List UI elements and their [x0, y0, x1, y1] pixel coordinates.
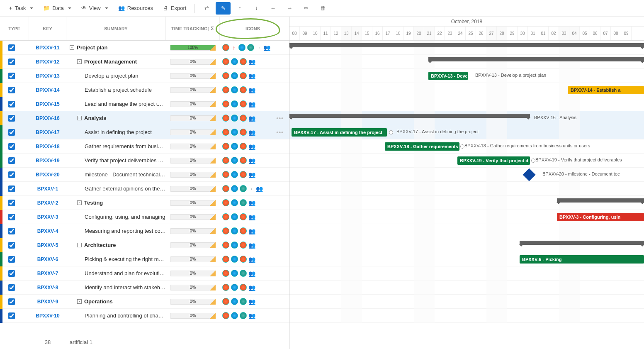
task-bar[interactable]: BPXXV-6 - Picking: [520, 255, 644, 264]
row-checkbox[interactable]: [8, 214, 15, 220]
row-checkbox[interactable]: [8, 143, 15, 150]
cell-key[interactable]: BPXXV-16: [29, 115, 66, 121]
progress-bar[interactable]: 0%: [170, 271, 216, 276]
tree-toggle[interactable]: -: [77, 116, 82, 120]
cell-key[interactable]: BPXXV-18: [29, 144, 66, 149]
summary-bar[interactable]: [557, 198, 644, 203]
tree-toggle[interactable]: -: [77, 59, 82, 64]
cell-key[interactable]: BPXXV-4: [29, 228, 66, 234]
progress-bar[interactable]: 0%: [170, 59, 216, 65]
task-menu[interactable]: + Task: [5, 2, 37, 14]
summary-bar[interactable]: [289, 114, 530, 118]
tree-toggle[interactable]: -: [77, 200, 82, 205]
cell-summary[interactable]: Configuring, using, and managing: [66, 214, 166, 220]
task-row[interactable]: BPXXV-6 Picking & executing the right mo…: [0, 252, 289, 266]
task-row[interactable]: BPXXV-13 Develop a project plan 0% 👥: [0, 69, 289, 83]
cell-key[interactable]: BPXXV-11: [29, 45, 66, 51]
row-checkbox[interactable]: [8, 284, 15, 291]
task-row[interactable]: BPXXV-17 Assist in defining the project …: [0, 125, 289, 139]
task-row[interactable]: BPXXV-3 Configuring, using, and managing…: [0, 210, 289, 224]
cell-summary[interactable]: Gather requirements from business units …: [66, 143, 166, 149]
cell-key[interactable]: BPXXV-3: [29, 214, 66, 220]
cell-summary[interactable]: Lead and manage the project team: [66, 101, 166, 107]
tree-toggle[interactable]: -: [70, 45, 74, 50]
row-checkbox[interactable]: [8, 129, 15, 136]
cell-summary[interactable]: -Project plan: [66, 44, 166, 51]
row-checkbox[interactable]: [8, 115, 15, 122]
task-bar[interactable]: BPXXV-17 - Assist in defining the projec…: [292, 128, 387, 137]
cell-summary[interactable]: Assist in defining the project: [66, 129, 166, 135]
task-bar[interactable]: BPXXV-19 - Verify that project d: [457, 156, 530, 165]
move-down-icon[interactable]: ↓: [249, 2, 264, 15]
progress-bar[interactable]: 0%: [170, 73, 216, 79]
progress-bar[interactable]: 100%: [170, 45, 216, 51]
row-checkbox[interactable]: [8, 228, 15, 234]
cell-key[interactable]: BPXXV-13: [29, 73, 66, 79]
col-tracking[interactable]: TIME TRACKING[Σ: [166, 17, 220, 40]
task-row[interactable]: BPXXV-9 -Operations 0% 👥: [0, 295, 289, 309]
progress-bar[interactable]: 0%: [170, 158, 216, 164]
progress-bar[interactable]: 0%: [170, 200, 216, 206]
link-mode-icon[interactable]: ⇄: [199, 2, 214, 15]
task-row[interactable]: BPXXV-2 -Testing 0% 👥: [0, 196, 289, 210]
cell-key[interactable]: BPXXV-20: [29, 172, 66, 178]
cell-key[interactable]: BPXXV-17: [29, 129, 66, 135]
cell-summary[interactable]: -Analysis: [66, 115, 166, 121]
cell-summary[interactable]: Understand and plan for evolutionary: [66, 270, 166, 276]
edit-mode-icon[interactable]: ✎: [216, 2, 231, 15]
cell-summary[interactable]: Verify that project deliverables meet: [66, 157, 166, 164]
row-checkbox[interactable]: [8, 44, 15, 51]
task-row[interactable]: BPXXV-10 Planning and controlling of cha…: [0, 309, 289, 323]
task-row[interactable]: BPXXV-14 Establish a project schedule 0%…: [0, 83, 289, 97]
cell-key[interactable]: BPXXV-19: [29, 158, 66, 164]
task-row[interactable]: BPXXV-7 Understand and plan for evolutio…: [0, 266, 289, 281]
task-row[interactable]: BPXXV-11 -Project plan 100% ↑→👥: [0, 41, 289, 55]
row-checkbox[interactable]: [8, 185, 15, 192]
summary-bar[interactable]: [289, 43, 644, 47]
row-checkbox[interactable]: [8, 157, 15, 164]
cell-key[interactable]: BPXXV-14: [29, 87, 66, 93]
task-row[interactable]: BPXXV-19 Verify that project deliverable…: [0, 154, 289, 168]
task-row[interactable]: BPXXV-12 -Project Management 0% 👥: [0, 55, 289, 69]
cell-summary[interactable]: Picking & executing the right model: [66, 256, 166, 262]
cell-summary[interactable]: -Testing: [66, 200, 166, 206]
link-handle[interactable]: [460, 144, 464, 149]
summary-bar[interactable]: [428, 57, 644, 61]
col-key[interactable]: KEY: [29, 17, 66, 40]
indent-icon[interactable]: →: [282, 2, 297, 15]
progress-bar[interactable]: 0%: [170, 87, 216, 93]
row-checkbox[interactable]: [8, 298, 15, 305]
resources-button[interactable]: 👥 Resources: [114, 2, 157, 14]
data-menu[interactable]: 📁 Data: [39, 2, 75, 14]
row-checkbox[interactable]: [8, 312, 15, 319]
task-row[interactable]: BPXXV-4 Measuring and reporting test cov…: [0, 224, 289, 238]
cell-summary[interactable]: -Project Management: [66, 59, 166, 65]
cell-key[interactable]: BPXXV-2: [29, 200, 66, 206]
col-type[interactable]: TYPE: [0, 17, 29, 40]
task-row[interactable]: BPXXV-16 -Analysis 0% 👥•••: [0, 111, 289, 125]
gantt-body[interactable]: BPXXV-13 - DevelBPXXV-13 - Develop a pro…: [289, 41, 644, 323]
task-bar[interactable]: BPXXV-13 - Devel: [428, 72, 468, 80]
progress-bar[interactable]: 0%: [170, 214, 216, 220]
row-checkbox[interactable]: [8, 242, 15, 249]
row-checkbox[interactable]: [8, 200, 15, 206]
task-row[interactable]: BPXXV-15 Lead and manage the project tea…: [0, 97, 289, 111]
cell-key[interactable]: BPXXV-5: [29, 242, 66, 248]
row-menu-icon[interactable]: •••: [276, 115, 284, 122]
progress-bar[interactable]: 0%: [170, 313, 216, 319]
col-summary[interactable]: SUMMARY: [66, 17, 166, 40]
cell-summary[interactable]: milestone - Document technical and: [66, 171, 166, 178]
summary-bar[interactable]: [520, 241, 644, 245]
move-up-icon[interactable]: ↑: [232, 2, 247, 15]
cell-key[interactable]: BPXXV-10: [29, 313, 66, 319]
row-checkbox[interactable]: [8, 73, 15, 79]
delete-icon[interactable]: 🗑: [315, 2, 330, 15]
cell-key[interactable]: BPXXV-7: [29, 271, 66, 276]
cell-summary[interactable]: Measuring and reporting test coverage: [66, 228, 166, 234]
task-row[interactable]: BPXXV-8 Identify and interact with stake…: [0, 281, 289, 295]
row-menu-icon[interactable]: •••: [276, 129, 284, 136]
row-checkbox[interactable]: [8, 101, 15, 107]
progress-bar[interactable]: 0%: [170, 129, 216, 135]
progress-bar[interactable]: 0%: [170, 228, 216, 234]
progress-bar[interactable]: 0%: [170, 285, 216, 290]
